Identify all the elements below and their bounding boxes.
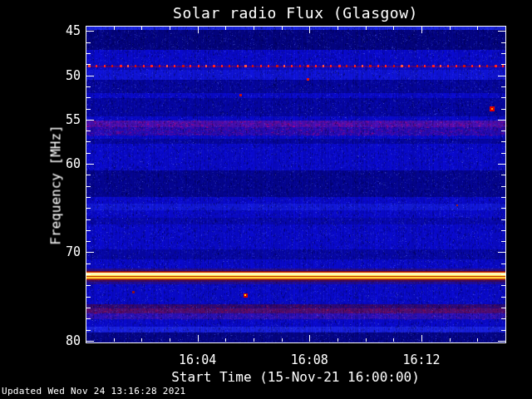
updated-timestamp: Updated Wed Nov 24 13:16:28 2021 [2,386,186,397]
y-tick-label: 55 [33,113,81,126]
x-tick-label: 16:04 [160,353,235,367]
y-tick-label: 60 [33,157,81,170]
y-tick-label: 80 [33,334,81,347]
spectrogram-window: Solar radio Flux (Glasgow) Frequency [MH… [0,0,532,399]
x-tick-label: 16:12 [384,353,459,367]
x-axis-label: Start Time (15-Nov-21 16:00:00) [86,369,505,385]
y-tick-label: 45 [33,24,81,37]
x-tick-label: 16:08 [272,353,347,367]
y-tick-label: 50 [33,69,81,82]
chart-title: Solar radio Flux (Glasgow) [86,4,505,22]
y-tick-label: 70 [33,245,81,259]
